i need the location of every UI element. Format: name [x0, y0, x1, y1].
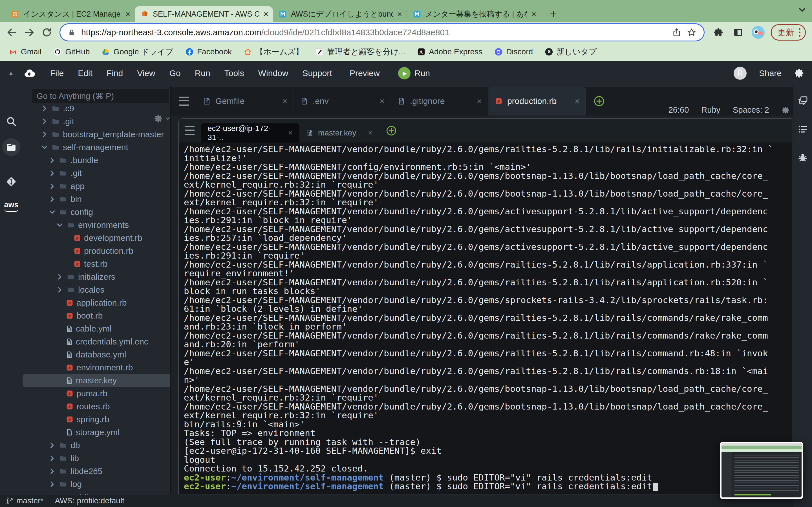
menu-file[interactable]: File: [50, 68, 64, 78]
tree-item[interactable]: production.rb: [22, 244, 171, 258]
aws-logo-icon[interactable]: aws: [4, 201, 18, 212]
git-icon[interactable]: [5, 175, 18, 188]
tree-item[interactable]: bin: [22, 193, 171, 206]
search-icon[interactable]: [5, 115, 17, 127]
tree-item[interactable]: app: [22, 180, 171, 193]
new-terminal-tab-icon[interactable]: [386, 125, 397, 136]
terminal-tab-menu-icon[interactable]: [185, 126, 195, 135]
bookmark-item[interactable]: 【ホームズ】: [244, 47, 303, 57]
tree-item[interactable]: test.rb: [22, 258, 171, 270]
menu-run[interactable]: Run: [195, 68, 210, 78]
tab-close-icon[interactable]: ×: [368, 128, 372, 137]
language-mode[interactable]: Ruby: [701, 105, 720, 115]
collapse-menubar-icon[interactable]: ▲: [8, 69, 14, 77]
bookmark-item[interactable]: Adobe Express: [417, 47, 483, 56]
tree-item[interactable]: initializers: [22, 270, 171, 283]
git-branch-status[interactable]: master*: [6, 496, 43, 505]
bookmark-item[interactable]: GitHub: [53, 47, 90, 56]
tab-close-icon[interactable]: ×: [397, 9, 402, 19]
tree-item[interactable]: log: [22, 478, 171, 491]
collaborate-chat-icon[interactable]: [797, 95, 808, 107]
terminal-output[interactable]: /home/ec2-user/SELF-MANAGEMENT/vendor/bu…: [179, 143, 792, 494]
bookmark-item[interactable]: Discord: [494, 47, 533, 56]
browser-tab[interactable]: SELF-MANAGEMENT - AWS Cl×: [135, 6, 273, 22]
tab-close-icon[interactable]: ×: [263, 9, 268, 19]
editor-tab[interactable]: Gemfile×: [197, 87, 294, 115]
tree-item[interactable]: credentials.yml.enc: [22, 335, 171, 348]
forward-icon[interactable]: [24, 27, 35, 38]
goto-anything-input[interactable]: [32, 89, 169, 103]
terminal-tab[interactable]: master.key×: [299, 123, 379, 143]
editor-tab[interactable]: .env×: [294, 87, 391, 115]
tree-item[interactable]: lib: [22, 452, 171, 465]
tree-item[interactable]: storage.yml: [22, 426, 171, 439]
bookmark-star-icon[interactable]: [687, 27, 696, 37]
editor-tab[interactable]: production.rb×: [489, 87, 586, 115]
menu-view[interactable]: View: [137, 68, 155, 78]
tree-item[interactable]: development.rb: [22, 231, 171, 244]
tree-item[interactable]: environment.rb: [22, 361, 171, 374]
tree-item[interactable]: application.rb: [22, 296, 171, 309]
menu-edit[interactable]: Edit: [78, 68, 93, 78]
tree-item[interactable]: public: [22, 491, 171, 495]
bookmark-item[interactable]: 管理者と顧客を分け...: [315, 47, 405, 57]
extensions-icon[interactable]: [713, 27, 723, 38]
user-avatar[interactable]: R: [733, 67, 747, 80]
menu-tools[interactable]: Tools: [224, 68, 244, 78]
tree-item[interactable]: boot.rb: [22, 309, 171, 322]
browser-tab[interactable]: インスタンス | EC2 Managemen×: [5, 6, 135, 22]
reload-icon[interactable]: [41, 27, 52, 38]
tree-item[interactable]: cable.yml: [22, 322, 171, 335]
file-tree-toggle[interactable]: [2, 138, 20, 156]
tree-item[interactable]: spring.rb: [22, 413, 171, 426]
bookmark-item[interactable]: Google ドライブ: [101, 47, 173, 57]
tab-close-icon[interactable]: ×: [125, 9, 130, 19]
tree-item[interactable]: routes.rb: [22, 400, 171, 413]
menu-window[interactable]: Window: [258, 68, 289, 78]
url-text[interactable]: https://ap-northeast-3.console.aws.amazo…: [81, 27, 666, 37]
new-tab-button[interactable]: +: [550, 8, 557, 20]
tree-item[interactable]: locales: [22, 283, 171, 296]
tab-close-icon[interactable]: ×: [531, 9, 536, 19]
share-icon[interactable]: [672, 28, 681, 37]
tree-item[interactable]: self-management: [22, 141, 171, 154]
tree-item[interactable]: .git: [22, 167, 171, 180]
editor-tab[interactable]: .gitignore×: [391, 87, 489, 115]
browser-tab[interactable]: メンター募集を投稿する | あなたた×: [407, 6, 541, 22]
tree-item[interactable]: libde265: [22, 465, 171, 478]
share-button[interactable]: Share: [759, 68, 781, 78]
tree-item[interactable]: .bundle: [22, 154, 171, 167]
tab-close-icon[interactable]: ×: [282, 96, 287, 106]
run-button[interactable]: ▶ Run: [398, 61, 430, 86]
editor-settings-gear-icon[interactable]: [781, 106, 790, 114]
lock-icon[interactable]: [68, 29, 75, 36]
debugger-bug-icon[interactable]: [797, 152, 808, 163]
tree-item[interactable]: master.key: [22, 374, 171, 387]
bookmark-item[interactable]: Facebook: [185, 47, 232, 56]
bookmark-item[interactable]: Gmail: [9, 47, 42, 56]
preview-button[interactable]: Preview: [350, 61, 380, 86]
tree-item[interactable]: db: [22, 439, 171, 452]
cursor-position[interactable]: 26:60: [668, 105, 689, 115]
menu-find[interactable]: Find: [107, 68, 123, 78]
chrome-update-button[interactable]: 更新: [771, 24, 806, 41]
tree-item[interactable]: .c9: [22, 102, 171, 115]
pip-preview[interactable]: [720, 442, 803, 499]
browser-profile-avatar[interactable]: [752, 26, 765, 39]
tree-item[interactable]: .git: [22, 115, 171, 128]
editor-tab-menu-icon[interactable]: [179, 97, 189, 106]
tab-close-icon[interactable]: ×: [477, 96, 482, 106]
tree-item[interactable]: config: [22, 206, 171, 219]
menu-go[interactable]: Go: [169, 68, 181, 78]
browser-tab[interactable]: AWSにデプロイしようとbundle e×: [273, 6, 407, 22]
address-bar[interactable]: https://ap-northeast-3.console.aws.amazo…: [60, 24, 704, 41]
terminal-tab[interactable]: ec2-user@ip-172-31-..×: [201, 123, 299, 143]
new-editor-tab-icon[interactable]: [593, 95, 605, 107]
tree-item[interactable]: puma.rb: [22, 387, 171, 400]
tab-close-icon[interactable]: ×: [288, 128, 293, 137]
tab-close-icon[interactable]: ×: [574, 96, 580, 106]
outline-icon[interactable]: [797, 124, 808, 135]
tree-item[interactable]: database.yml: [22, 348, 171, 361]
tab-close-icon[interactable]: ×: [379, 96, 385, 106]
spaces-setting[interactable]: Spaces: 2: [733, 105, 769, 115]
